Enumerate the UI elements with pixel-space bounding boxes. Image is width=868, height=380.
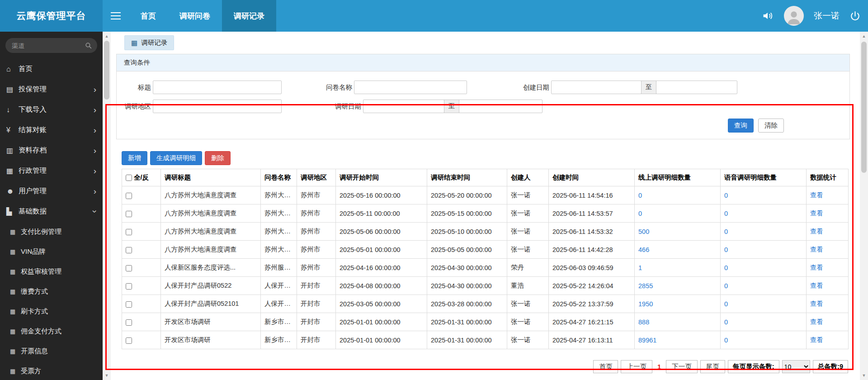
row-checkbox[interactable]: [126, 283, 132, 290]
select-all-checkbox[interactable]: [126, 175, 132, 181]
online-count-link[interactable]: 466: [638, 246, 649, 253]
sidebar-item-label: 基础数据: [19, 207, 47, 216]
tab-survey-records[interactable]: ▦ 调研记录: [124, 35, 174, 50]
view-link[interactable]: 查看: [810, 246, 823, 253]
row-checkbox[interactable]: [126, 193, 132, 199]
base-data-icon: ▙: [6, 207, 19, 216]
create-date-end-input[interactable]: [656, 81, 737, 94]
region-cell: 开封市: [297, 295, 336, 313]
top-nav-item[interactable]: 首页: [129, 0, 168, 32]
search-button[interactable]: 查询: [728, 119, 754, 133]
hamburger-menu-icon[interactable]: [103, 0, 129, 32]
row-checkbox[interactable]: [126, 247, 132, 253]
scroll-up-icon[interactable]: ▲: [860, 33, 868, 40]
creator-cell: 董浩: [507, 277, 549, 295]
online-count-link[interactable]: 888: [638, 318, 649, 326]
scroll-up-icon[interactable]: ▲: [103, 33, 111, 40]
sidebar-subitem[interactable]: ▦佣金支付方式: [0, 321, 103, 341]
voice-count-link[interactable]: 0: [724, 246, 728, 253]
sidebar-item[interactable]: ▦行政管理›: [0, 161, 103, 181]
region-input[interactable]: [153, 100, 282, 113]
view-link[interactable]: 查看: [810, 228, 823, 235]
voice-count-link[interactable]: 0: [724, 300, 728, 308]
questionnaire-label: 问卷名称: [325, 83, 352, 92]
sidebar-item[interactable]: ☻用户管理›: [0, 181, 103, 201]
view-link[interactable]: 查看: [810, 318, 823, 325]
sidebar-subitem[interactable]: ▦刷卡方式: [0, 301, 103, 321]
delete-button[interactable]: 删除: [205, 151, 231, 165]
sidebar-item[interactable]: ¥结算对账›: [0, 120, 103, 140]
row-checkbox[interactable]: [126, 301, 132, 308]
voice-count-link[interactable]: 0: [724, 228, 728, 235]
sidebar-item[interactable]: ▥资料存档›: [0, 140, 103, 161]
sidebar-subitem[interactable]: ▦支付比例管理: [0, 222, 103, 242]
clear-button[interactable]: 清除: [758, 119, 784, 133]
survey-date-end-input[interactable]: [459, 100, 542, 113]
row-checkbox[interactable]: [126, 319, 132, 326]
sidebar-search-input[interactable]: [5, 38, 97, 53]
avatar[interactable]: [784, 6, 804, 26]
view-link[interactable]: 查看: [810, 336, 823, 343]
page-scrollbar[interactable]: ▲ ▼: [860, 32, 868, 380]
scroll-down-icon[interactable]: ▼: [860, 372, 868, 379]
sidebar-subitem[interactable]: ▦缴费方式: [0, 281, 103, 301]
questionnaire-input[interactable]: [354, 81, 467, 94]
sidebar-subitem[interactable]: ▦VIN品牌: [0, 242, 103, 261]
sidebar-scrollbar[interactable]: ▲ ▼: [103, 32, 111, 380]
sidebar-subitem[interactable]: ▦权益审核管理: [0, 261, 103, 281]
generate-detail-button[interactable]: 生成调研明细: [150, 151, 202, 165]
archive-icon: ▥: [6, 146, 19, 155]
row-checkbox[interactable]: [126, 337, 132, 344]
view-link[interactable]: 查看: [810, 191, 823, 199]
voice-count-link[interactable]: 0: [724, 318, 728, 326]
region-cell: 苏州市: [297, 223, 336, 241]
view-link[interactable]: 查看: [810, 300, 823, 307]
next-page-button[interactable]: 下一页: [666, 360, 698, 373]
sidebar-item[interactable]: ↓下载导入›: [0, 100, 103, 120]
sidebar-item[interactable]: ▙基础数据›: [0, 201, 103, 222]
online-count-link[interactable]: 500: [638, 228, 649, 235]
online-count-link[interactable]: 1: [638, 264, 642, 271]
voice-count-link[interactable]: 0: [724, 264, 728, 271]
page-size-select[interactable]: 10: [782, 360, 810, 373]
sidebar-item[interactable]: ▤投保管理›: [0, 79, 103, 100]
scroll-down-icon[interactable]: ▼: [103, 372, 111, 379]
scrollbar-thumb[interactable]: [104, 41, 109, 100]
top-nav-item[interactable]: 调研问卷: [168, 0, 222, 32]
title-input[interactable]: [153, 81, 282, 94]
row-checkbox[interactable]: [126, 229, 132, 235]
create-date-start-input[interactable]: [551, 81, 642, 94]
speaker-icon[interactable]: [761, 10, 774, 22]
last-page-button[interactable]: 尾页: [700, 360, 725, 373]
first-page-button[interactable]: 首页: [593, 360, 618, 373]
view-link[interactable]: 查看: [810, 209, 823, 217]
region-cell: 开封市: [297, 277, 336, 295]
online-count-link[interactable]: 0: [638, 210, 642, 217]
current-page[interactable]: 1: [655, 363, 663, 370]
chevron-right-icon: ›: [94, 146, 96, 155]
voice-count-link[interactable]: 0: [724, 282, 728, 290]
sidebar-item[interactable]: ⌂首页: [0, 59, 103, 79]
scrollbar-thumb[interactable]: [861, 42, 867, 173]
top-nav-item[interactable]: 调研记录: [222, 0, 276, 32]
view-link[interactable]: 查看: [810, 282, 823, 289]
search-icon[interactable]: [85, 42, 92, 49]
row-checkbox[interactable]: [126, 265, 132, 271]
survey-date-start-input[interactable]: [363, 100, 444, 113]
voice-count-link[interactable]: 0: [724, 192, 728, 199]
add-button[interactable]: 新增: [122, 151, 147, 165]
sidebar-subitem[interactable]: ▦开票信息: [0, 341, 103, 361]
voice-count-link[interactable]: 0: [724, 210, 728, 217]
online-count-link[interactable]: 89961: [638, 337, 656, 344]
sidebar-subitem-label: 佣金支付方式: [21, 327, 61, 336]
power-icon[interactable]: [849, 10, 861, 22]
online-count-link[interactable]: 1950: [638, 300, 653, 308]
online-count-link[interactable]: 2855: [638, 282, 653, 290]
sidebar-subitem[interactable]: ▦受票方: [0, 361, 103, 380]
grid-icon: ▦: [10, 228, 21, 235]
voice-count-link[interactable]: 0: [724, 337, 728, 344]
row-checkbox[interactable]: [126, 211, 132, 217]
online-count-link[interactable]: 0: [638, 192, 642, 199]
prev-page-button[interactable]: 上一页: [621, 360, 652, 373]
view-link[interactable]: 查看: [810, 264, 823, 271]
